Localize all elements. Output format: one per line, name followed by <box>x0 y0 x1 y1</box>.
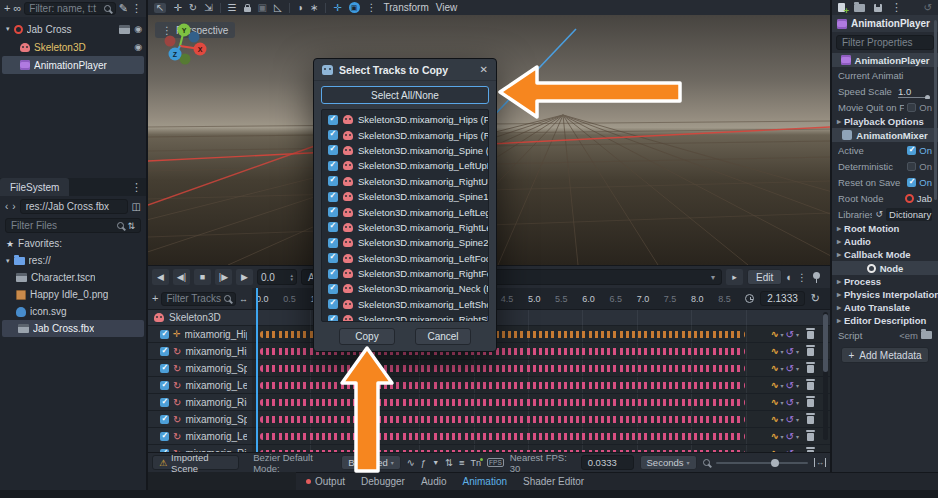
time-spinbox[interactable]: 0.0 ▴▾ <box>257 269 297 285</box>
track-checkbox[interactable] <box>328 269 338 279</box>
dialog-track-row[interactable]: Skeleton3D.mixamorig_Neck (Rotation) <box>322 281 488 296</box>
scene-node-root[interactable]: ▾ Jab Cross ◉ <box>0 20 146 38</box>
scene-node-skeleton[interactable]: Skeleton3D ◉ <box>0 38 146 56</box>
group-callback-mode[interactable]: ▸Callback Mode <box>832 248 938 261</box>
track-checkbox[interactable] <box>328 130 338 140</box>
select-tool-icon[interactable]: ↖ <box>154 3 166 13</box>
track-row[interactable]: ↻ mixamorig_Spin ∿▾ ↺▾ <box>148 411 830 428</box>
track-checkbox[interactable] <box>328 284 338 294</box>
inspector-scrollbar[interactable] <box>934 20 937 200</box>
play-backwards-button[interactable]: ◀ <box>152 269 169 285</box>
close-icon[interactable]: ✕ <box>480 64 488 75</box>
dialog-track-row[interactable]: Skeleton3D.mixamorig_LeftUpLeg (Rota... <box>322 158 488 173</box>
track-checkbox[interactable] <box>160 432 169 441</box>
lock-icon[interactable] <box>244 7 251 12</box>
group-physics-interpolation[interactable]: ▸Physics Interpolation <box>832 288 938 301</box>
track-checkbox[interactable] <box>160 398 169 407</box>
snap-keys-icon[interactable]: Tn <box>471 458 482 468</box>
category-animationmixer[interactable]: AnimationMixer <box>832 128 938 142</box>
viewport-menu-icon[interactable]: ⋮ <box>367 3 377 13</box>
checkbox-unchecked[interactable] <box>907 103 916 112</box>
property-deterministic[interactable]: Deterministic On <box>832 158 938 174</box>
animation-length-value[interactable]: 2.1333 <box>760 291 805 306</box>
interpolation-mode-icon[interactable]: ∿ <box>771 414 779 424</box>
eye-icon[interactable]: ◉ <box>134 24 142 34</box>
new-resource-icon[interactable] <box>838 3 845 12</box>
delete-track-icon[interactable] <box>807 331 814 339</box>
dialog-track-row[interactable]: Skeleton3D.mixamorig_RightUpLeg (Ro... <box>322 174 488 189</box>
dialog-track-row[interactable]: Skeleton3D.mixamorig_Hips (Rotation) <box>322 127 488 142</box>
interpolation-mode-icon[interactable]: ∿ <box>771 431 779 441</box>
add-metadata-button[interactable]: +Add Metadata <box>841 347 929 363</box>
keyframe-strip[interactable] <box>260 399 745 406</box>
loop-animation-icon[interactable]: ↻ <box>811 292 820 305</box>
filesystem-tab[interactable]: FileSystem <box>0 178 69 196</box>
group-auto-translate[interactable]: ▸Auto Translate <box>832 301 938 314</box>
snap-step-input[interactable]: 0.0333 <box>581 455 634 470</box>
property-speed-scale[interactable]: Speed Scale 1.0 <box>832 83 938 99</box>
tracks-scrollbar[interactable] <box>823 312 828 440</box>
scene-filter-input[interactable] <box>24 2 116 15</box>
keyframe-strip[interactable] <box>260 382 745 389</box>
keyframe-strip[interactable] <box>260 365 745 372</box>
dialog-titlebar[interactable]: Select Tracks to Copy ✕ <box>314 59 496 81</box>
favorites-row[interactable]: ★ Favorites: <box>0 235 146 252</box>
checkbox-checked[interactable] <box>907 178 916 187</box>
sort-tracks-icon[interactable]: ⇅ <box>445 457 453 468</box>
dialog-track-row[interactable]: Skeleton3D.mixamorig_Spine1 (Rotation) <box>322 189 488 204</box>
group-editor-description[interactable]: ▸Editor Description <box>832 314 938 327</box>
group-root-motion[interactable]: ▸Root Motion <box>832 222 938 235</box>
dialog-track-row[interactable]: Skeleton3D.mixamorig_LeftShoulder (R... <box>322 297 488 312</box>
imported-scene-warning[interactable]: ⚠ Imported Scene <box>152 455 239 470</box>
track-row[interactable]: ↻ mixamorig_Righ ∿▾ ↺▾ <box>148 445 830 452</box>
tab-shader-editor[interactable]: Shader Editor <box>523 476 584 487</box>
tab-output[interactable]: Output <box>306 476 345 487</box>
filter-tracks-input[interactable] <box>161 292 236 306</box>
move-tool-icon[interactable]: ✛ <box>173 3 181 13</box>
pin-animation-icon[interactable] <box>813 272 820 279</box>
track-checkbox[interactable] <box>160 364 169 373</box>
track-checkbox[interactable] <box>328 299 338 309</box>
file-row[interactable]: Character.tscn <box>0 269 146 286</box>
dialog-track-row[interactable]: Skeleton3D.mixamorig_Hips (Position) <box>322 112 488 127</box>
scene-node-animationplayer[interactable]: AnimationPlayer <box>2 56 144 74</box>
group-playback-options[interactable]: ▸Playback Options <box>832 115 938 128</box>
instance-scene-icon[interactable]: ∞ <box>13 3 21 14</box>
track-row[interactable]: ↻ mixamorig_Spin ∿▾ ↺▾ <box>148 360 830 377</box>
transform-menu[interactable]: Transform <box>384 2 429 13</box>
track-checkbox[interactable] <box>328 115 338 125</box>
track-checkbox[interactable] <box>328 161 338 171</box>
attach-script-icon[interactable]: ✎ <box>119 3 128 14</box>
save-resource-icon[interactable] <box>874 4 882 12</box>
dialog-track-row[interactable]: Skeleton3D.mixamorig_RightShoulder (... <box>322 312 488 322</box>
scale-tool-icon[interactable]: ⇲ <box>204 3 212 13</box>
interpolation-mode-icon[interactable]: ∿ <box>771 397 779 407</box>
folder-row[interactable]: ▾ res:// <box>0 252 146 269</box>
inspector-filter-input[interactable] <box>836 35 934 50</box>
snap-icon[interactable]: ∗ <box>310 3 318 13</box>
property-script[interactable]: Script <em <box>832 327 938 343</box>
track-checkbox[interactable] <box>160 330 169 339</box>
track-checkbox[interactable] <box>328 315 338 322</box>
rotate-tool-icon[interactable]: ↻ <box>189 3 197 13</box>
track-row[interactable]: ↻ mixamorig_Righ ∿▾ ↺▾ <box>148 394 830 411</box>
filter-funnel-icon[interactable]: ▼ <box>432 459 439 466</box>
property-root-node[interactable]: Root Node Jab <box>832 190 938 206</box>
axis-gizmo[interactable]: Y X Z <box>148 15 210 73</box>
tab-debugger[interactable]: Debugger <box>361 476 405 487</box>
select-all-none-button[interactable]: Select All/None <box>321 86 489 104</box>
keyframe-strip[interactable] <box>260 433 745 440</box>
track-checkbox[interactable] <box>160 415 169 424</box>
ruler-icon[interactable]: ◺ <box>274 3 282 13</box>
interpolation-mode-icon[interactable]: ∿ <box>771 329 779 339</box>
group-tracks-icon[interactable]: ≡ <box>459 457 465 468</box>
split-view-icon[interactable]: ◫ <box>132 201 141 212</box>
file-row-selected[interactable]: Jab Cross.fbx <box>2 320 144 337</box>
function-icon[interactable]: ƒ <box>421 457 426 468</box>
delete-track-icon[interactable] <box>807 416 814 424</box>
loop-wrap-icon[interactable]: ↺ <box>786 363 794 374</box>
timeline-zoom-slider[interactable] <box>716 462 808 464</box>
loop-wrap-icon[interactable]: ↺ <box>786 346 794 357</box>
loop-wrap-icon[interactable]: ↺ <box>786 414 794 425</box>
property-current-animation[interactable]: Current Animati <box>832 67 938 83</box>
